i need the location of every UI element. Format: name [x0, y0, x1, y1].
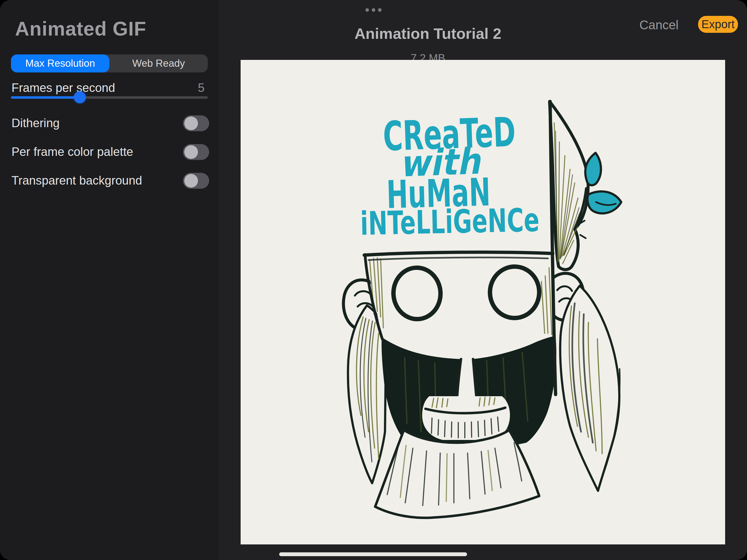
dithering-label: Dithering: [11, 116, 60, 130]
artwork-illustration: CReaTeD with HuMaN iNTeLLiGeNCe: [241, 60, 725, 544]
toggle-knob: [184, 145, 198, 159]
export-button-label: Export: [701, 18, 735, 31]
character-drawing: [343, 101, 621, 518]
dithering-toggle[interactable]: [183, 116, 209, 131]
document-title: Animation Tutorial 2: [354, 25, 501, 42]
gif-preview-canvas: CReaTeD with HuMaN iNTeLLiGeNCe: [241, 60, 725, 544]
cancel-button[interactable]: Cancel: [637, 18, 681, 32]
panel-title: Animated GIF: [15, 18, 146, 40]
transparent-background-label: Transparent background: [11, 174, 142, 187]
timeline-scrollbar-thumb[interactable]: [279, 552, 467, 556]
segment-web-ready[interactable]: Web Ready: [109, 54, 208, 73]
export-settings-panel: Animated GIF Max Resolution Web Ready Fr…: [0, 0, 219, 560]
segment-max-resolution[interactable]: Max Resolution: [11, 54, 109, 73]
fps-slider-fill: [11, 96, 80, 99]
resolution-segmented-control: Max Resolution Web Ready: [11, 54, 208, 73]
sheet-handle-icon[interactable]: [366, 8, 382, 12]
export-button[interactable]: Export: [698, 16, 738, 33]
fps-slider[interactable]: [11, 92, 208, 103]
artwork-text-line4: iNTeLLiGeNCe: [360, 201, 540, 243]
fps-slider-track[interactable]: [11, 96, 208, 99]
per-frame-palette-toggle[interactable]: [183, 144, 209, 160]
per-frame-palette-label: Per frame color palette: [11, 145, 133, 159]
transparent-background-toggle[interactable]: [183, 173, 209, 189]
fps-slider-thumb[interactable]: [74, 91, 86, 103]
export-sheet: Animated GIF Max Resolution Web Ready Fr…: [0, 0, 747, 560]
toggle-knob: [184, 174, 198, 187]
toggle-knob: [184, 117, 198, 130]
